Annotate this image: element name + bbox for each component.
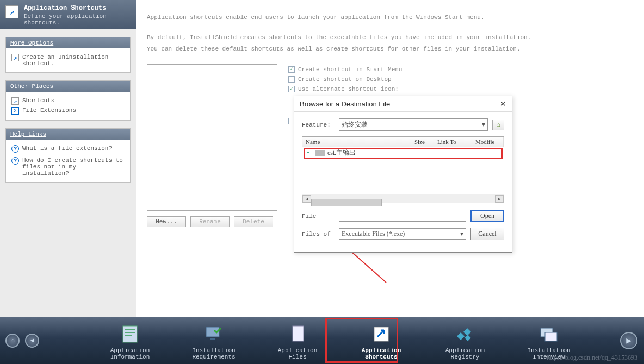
nav-app-info[interactable]: Application Information bbox=[88, 321, 172, 360]
page-header: ↗ Application Shortcuts Define your appl… bbox=[0, 0, 136, 29]
scroll-right-icon[interactable]: ▸ bbox=[495, 195, 504, 203]
chk-alt-icon[interactable]: Use alternate shortcut icon: bbox=[288, 86, 633, 92]
checkbox-icon bbox=[288, 86, 295, 92]
file-label: File bbox=[302, 213, 335, 219]
other-places-panel: Other Places ↗ Shortcuts x File Extensio… bbox=[5, 80, 131, 121]
browse-folder-button[interactable]: ⌂ bbox=[492, 120, 504, 130]
shortcut-arrow-icon: ↗ bbox=[11, 54, 19, 61]
chevron-down-icon: ▾ bbox=[482, 121, 485, 129]
chk-desktop[interactable]: Create shortcut on Desktop bbox=[288, 76, 633, 83]
panel-header: More Options bbox=[6, 37, 130, 48]
scroll-left-icon[interactable]: ◂ bbox=[302, 195, 311, 203]
feature-select[interactable]: 始终安装 ▾ bbox=[339, 118, 488, 131]
scroll-thumb[interactable] bbox=[311, 199, 382, 206]
document-icon bbox=[287, 324, 308, 344]
file-extensions-link[interactable]: x File Extensions bbox=[11, 106, 125, 116]
svg-rect-10 bbox=[463, 328, 471, 335]
help-links-panel: Help Links ? What is a file extension? ?… bbox=[5, 128, 131, 183]
dialog-titlebar: Browse for a Destination File ✕ bbox=[294, 96, 512, 112]
checkbox-icon bbox=[288, 66, 295, 73]
file-input[interactable] bbox=[339, 211, 466, 222]
delete-button[interactable]: Delete bbox=[234, 216, 273, 227]
svg-rect-6 bbox=[210, 338, 215, 340]
chevron-down-icon: ▾ bbox=[460, 230, 463, 238]
file-icon bbox=[306, 150, 313, 156]
annotation-highlight bbox=[304, 148, 503, 159]
col-name[interactable]: Name bbox=[302, 137, 411, 147]
help-file-extension[interactable]: ? What is a file extension? bbox=[11, 144, 125, 154]
shortcut-arrow-icon bbox=[371, 324, 392, 344]
svg-rect-13 bbox=[545, 332, 557, 341]
help-icon: ? bbox=[11, 157, 19, 165]
folder-icon: ⌂ bbox=[496, 121, 500, 129]
file-ext-icon: x bbox=[11, 107, 19, 115]
more-options-panel: More Options ↗ Create an uninstallation … bbox=[5, 37, 131, 73]
col-modified[interactable]: Modifie bbox=[472, 137, 504, 147]
svg-rect-9 bbox=[457, 332, 465, 340]
svg-rect-2 bbox=[125, 329, 135, 330]
shortcut-arrow-icon: ↗ bbox=[11, 97, 19, 105]
home-button[interactable]: ⌂ bbox=[5, 334, 20, 348]
cancel-button[interactable]: Cancel bbox=[470, 228, 504, 240]
open-button[interactable]: Open bbox=[470, 210, 504, 222]
left-panel: ↗ Application Shortcuts Define your appl… bbox=[0, 0, 136, 317]
notepad-icon bbox=[120, 324, 140, 344]
shortcut-arrow-icon: ↗ bbox=[5, 5, 18, 18]
cubes-icon bbox=[455, 324, 475, 344]
monitor-check-icon bbox=[203, 324, 224, 344]
panel-header: Other Places bbox=[6, 81, 130, 92]
shortcuts-link[interactable]: ↗ Shortcuts bbox=[11, 96, 125, 106]
svg-rect-11 bbox=[465, 335, 470, 341]
new-button[interactable]: New... bbox=[147, 216, 186, 227]
shortcut-listbox[interactable] bbox=[147, 64, 277, 211]
nav-install-req[interactable]: Installation Requirements bbox=[172, 321, 256, 360]
panel-header: Help Links bbox=[6, 129, 130, 140]
rename-button[interactable]: Rename bbox=[190, 216, 230, 227]
next-button[interactable]: ▶ bbox=[620, 332, 637, 349]
svg-rect-1 bbox=[123, 326, 137, 342]
intro-text: Application shortcuts enable end users t… bbox=[147, 13, 633, 53]
back-button[interactable]: ◀ bbox=[25, 334, 39, 348]
svg-rect-3 bbox=[125, 332, 135, 333]
checkbox-icon bbox=[288, 76, 295, 83]
create-uninstall-shortcut[interactable]: ↗ Create an uninstallation shortcut. bbox=[11, 53, 125, 68]
col-size[interactable]: Size bbox=[411, 137, 434, 147]
nav-app-registry[interactable]: Application Registry bbox=[423, 321, 507, 360]
dialog-windows-icon bbox=[538, 324, 559, 344]
nav-app-files[interactable]: Application Files bbox=[256, 321, 339, 360]
nav-app-shortcuts[interactable]: Application Shortcuts bbox=[339, 321, 423, 360]
bottom-nav: ⌂ ◀ Application Information Installation… bbox=[0, 317, 644, 364]
svg-rect-7 bbox=[293, 326, 304, 341]
file-grid: Name Size Link To Modifie est.主输出 ◂ ▸ bbox=[302, 136, 504, 203]
browse-dialog: Browse for a Destination File ✕ Feature:… bbox=[294, 96, 512, 253]
close-icon[interactable]: ✕ bbox=[500, 99, 506, 108]
feature-label: Feature: bbox=[302, 122, 335, 128]
filesof-select[interactable]: Executable Files (*.exe) ▾ bbox=[339, 228, 466, 240]
page-subtitle: Define your application shortcuts. bbox=[24, 13, 129, 26]
chk-start-menu[interactable]: Create shortcut in Start Menu bbox=[288, 66, 633, 73]
page-title: Application Shortcuts bbox=[24, 4, 129, 12]
col-linkto[interactable]: Link To bbox=[434, 137, 472, 147]
horizontal-scrollbar[interactable]: ◂ ▸ bbox=[302, 194, 504, 203]
svg-rect-4 bbox=[125, 335, 132, 336]
watermark-text: https://blog.csdn.net/qq_43153693 bbox=[547, 354, 637, 362]
help-create-shortcuts[interactable]: ? How do I create shortcuts to files not… bbox=[11, 156, 125, 178]
filesof-label: Files of bbox=[302, 231, 335, 237]
help-icon: ? bbox=[11, 145, 19, 153]
